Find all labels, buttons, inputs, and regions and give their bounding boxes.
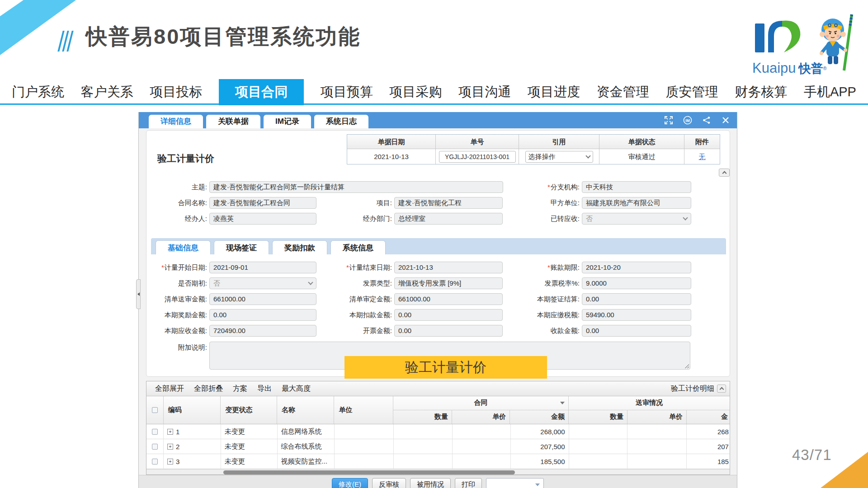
page-number: 43/71 xyxy=(792,446,832,464)
nav-item-finance[interactable]: 财务核算 xyxy=(735,83,787,101)
grid-collapse-button[interactable] xyxy=(717,385,726,393)
col-contract-qty: 数量 xyxy=(393,410,452,424)
header-collapse-button[interactable] xyxy=(719,169,730,177)
nav-item-portal[interactable]: 门户系统 xyxy=(12,83,64,101)
triangle-left-icon xyxy=(137,292,140,296)
field-received-input[interactable]: 0.00 xyxy=(582,325,691,337)
tab-im-records[interactable]: IM记录 xyxy=(264,115,311,128)
field-end-date-input[interactable]: 2021-10-13 xyxy=(394,262,503,273)
field-receivable: 本期应收金额: 720490.00 xyxy=(148,325,316,337)
grid-row-2[interactable]: +2 未变更 综合布线系统 207,500 207 xyxy=(146,439,730,454)
field-subject-input[interactable]: 建发·吾悦智能化工程合同第一阶段计量结算 xyxy=(209,181,503,193)
select-all-checkbox[interactable] xyxy=(152,407,158,413)
chevron-up-icon xyxy=(722,171,726,176)
scheme-link[interactable]: 方案 xyxy=(233,384,247,394)
reference-select[interactable]: 选择操作 xyxy=(525,151,593,163)
field-subject: 主题: 建发·吾悦智能化工程合同第一阶段计量结算 xyxy=(148,181,503,193)
nav-item-funds[interactable]: 资金管理 xyxy=(597,83,649,101)
more-actions-select[interactable] xyxy=(486,478,544,488)
main-nav: 门户系统 客户关系 项目投标 项目合同 项目预算 项目采购 项目沟通 项目进度 … xyxy=(0,80,868,105)
print-button[interactable]: 打印 xyxy=(455,478,482,488)
tab-related-docs[interactable]: 关联单据 xyxy=(206,115,260,128)
nav-item-bidding[interactable]: 项目投标 xyxy=(150,83,202,101)
nav-item-contract[interactable]: 项目合同 xyxy=(219,79,304,105)
field-invoiced-input[interactable]: 0.00 xyxy=(394,325,503,337)
doc-no-input[interactable]: YGJLJJ-20211013-001 xyxy=(439,151,516,163)
row-checkbox[interactable] xyxy=(152,459,158,465)
field-invoice-type: 发票类型: 增值税专用发票 [9%] xyxy=(333,277,503,289)
subtab-system-info[interactable]: 系统信息 xyxy=(330,240,386,254)
field-is-initial-select[interactable]: 否 xyxy=(209,277,316,289)
tab-detail-info[interactable]: 详细信息 xyxy=(149,115,203,128)
subtab-reward-deduction[interactable]: 奖励扣款 xyxy=(272,240,327,254)
nav-item-mobile-app[interactable]: 手机APP xyxy=(804,83,856,101)
triangle-down-icon xyxy=(535,483,540,486)
field-project-input[interactable]: 建发·吾悦智能化工程 xyxy=(394,197,503,209)
nav-item-purchase[interactable]: 项目采购 xyxy=(390,83,442,101)
col-contract-amount: 金额 xyxy=(510,410,568,424)
unapprove-button[interactable]: 反审核 xyxy=(372,478,406,488)
attachment-link[interactable]: 无 xyxy=(699,149,706,164)
nav-item-communication[interactable]: 项目沟通 xyxy=(458,83,511,101)
field-visa-settlement-input[interactable]: 0.00 xyxy=(582,293,691,305)
panel-collapse-handle[interactable] xyxy=(136,279,141,309)
chevron-down-icon xyxy=(308,280,313,285)
nav-item-budget[interactable]: 项目预算 xyxy=(321,83,373,101)
field-list-approved-label: 清单审定金额: xyxy=(333,295,392,304)
expand-row-icon[interactable]: + xyxy=(167,429,173,435)
col-doc-no: 单号 xyxy=(436,135,519,149)
field-visa-settlement: 本期签证结算: 0.00 xyxy=(517,293,691,305)
field-contract-name-input[interactable]: 建发·吾悦智能化工程合同 xyxy=(209,197,316,209)
field-transferred-select[interactable]: 否 xyxy=(582,213,691,225)
scrollbar-thumb[interactable] xyxy=(223,470,515,474)
row-checkbox[interactable] xyxy=(152,429,158,435)
share-icon[interactable] xyxy=(702,115,712,125)
fullscreen-icon[interactable] xyxy=(664,115,674,125)
close-icon[interactable] xyxy=(721,115,731,125)
field-handler-input[interactable]: 凌燕英 xyxy=(209,213,316,225)
svg-text:IM: IM xyxy=(685,118,689,123)
tab-system-log[interactable]: 系统日志 xyxy=(314,115,368,128)
subtab-site-visa[interactable]: 现场签证 xyxy=(214,240,269,254)
resize-grip-icon[interactable] xyxy=(685,364,689,368)
field-end-date: *计量结束日期: 2021-10-13 xyxy=(333,262,503,273)
collapse-all-link[interactable]: 全部折叠 xyxy=(194,384,223,394)
field-list-approved-input[interactable]: 661000.00 xyxy=(394,293,503,305)
field-start-date-input[interactable]: 2021-09-01 xyxy=(209,262,316,273)
horizontal-scrollbar[interactable] xyxy=(146,469,730,475)
export-link[interactable]: 导出 xyxy=(257,384,272,394)
nav-item-quality[interactable]: 质安管理 xyxy=(665,83,718,101)
filter-dropdown-icon[interactable] xyxy=(560,402,565,404)
expand-all-link[interactable]: 全部展开 xyxy=(155,384,184,394)
field-tax-rate-input[interactable]: 9.0000 xyxy=(582,277,691,289)
field-dept-input[interactable]: 总经理室 xyxy=(394,213,503,225)
usage-status-button[interactable]: 被用情况 xyxy=(410,478,451,488)
field-subject-label: 主题: xyxy=(148,183,207,192)
window-tab-bar: 详细信息 关联单据 IM记录 系统日志 IM xyxy=(139,112,737,128)
expand-row-icon[interactable]: + xyxy=(167,444,173,450)
max-height-link[interactable]: 最大高度 xyxy=(282,384,311,394)
field-list-submitted-input[interactable]: 661000.00 xyxy=(209,293,316,305)
field-receivable-input[interactable]: 720490.00 xyxy=(209,325,316,337)
field-reward-input[interactable]: 0.00 xyxy=(209,309,316,321)
nav-item-crm[interactable]: 客户关系 xyxy=(81,83,133,101)
attachment-cell: 无 xyxy=(684,149,720,164)
field-invoice-type-input[interactable]: 增值税专用发票 [9%] xyxy=(394,277,503,289)
nav-item-progress[interactable]: 项目进度 xyxy=(528,83,580,101)
field-deduction-input[interactable]: 0.00 xyxy=(394,309,503,321)
field-handler: 经办人: 凌燕英 xyxy=(148,213,316,225)
field-branch-input[interactable]: 中天科技 xyxy=(582,181,691,193)
field-tax-payable-input[interactable]: 59490.00 xyxy=(582,309,691,321)
field-party-a-input[interactable]: 福建兆联房地产有限公司 xyxy=(582,197,691,209)
logo-wordmark: Kuaipu快普® xyxy=(752,60,827,77)
im-chat-icon[interactable]: IM xyxy=(683,115,693,125)
expand-row-icon[interactable]: + xyxy=(167,459,173,465)
row-checkbox[interactable] xyxy=(152,444,158,450)
field-due-date-input[interactable]: 2021-10-20 xyxy=(582,262,691,273)
grid-row-1[interactable]: +1 未变更 信息网络系统 268,000 268 xyxy=(146,424,730,439)
field-visa-settlement-label: 本期签证结算: xyxy=(517,295,580,304)
field-invoiced: 开票金额: 0.00 xyxy=(333,325,503,337)
grid-row-3[interactable]: +3 未变更 视频安防监控... 185,500 185 xyxy=(146,454,730,469)
modify-button[interactable]: 修改(E) xyxy=(332,478,368,488)
subtab-basic-info[interactable]: 基础信息 xyxy=(156,240,211,254)
